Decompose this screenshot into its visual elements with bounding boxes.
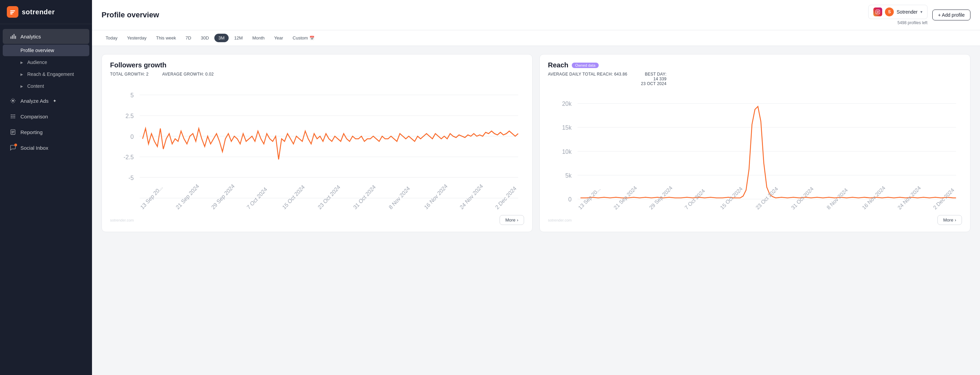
logo-icon xyxy=(7,6,18,18)
analyze-ads-label: Analyze Ads xyxy=(21,98,49,104)
svg-point-11 xyxy=(879,11,879,11)
calendar-icon: 📅 xyxy=(309,36,315,41)
page-header: Profile overview S Sotrender ▾ 5498 pro xyxy=(92,0,980,30)
sidebar-item-comparison[interactable]: Comparison xyxy=(3,109,89,124)
svg-text:13 Sep 20...: 13 Sep 20... xyxy=(139,184,164,210)
watermark-reach: sotrender.com xyxy=(548,218,572,222)
svg-text:-2.5: -2.5 xyxy=(124,154,134,161)
followers-chart-area: 5 2.5 0 -2.5 -5 13 Sep 20... 21 Sep 2024… xyxy=(110,82,524,211)
followers-more-button[interactable]: More › xyxy=(500,215,524,225)
arrow-icon-2: ▶ xyxy=(21,73,23,76)
date-btn-custom[interactable]: Custom 📅 xyxy=(289,34,318,42)
date-btn-30d[interactable]: 30D xyxy=(197,34,213,42)
chart-header-reach: Reach Owned data xyxy=(548,61,962,69)
date-filter-bar: Today Yesterday This week 7D 30D 3M 12M … xyxy=(92,30,980,46)
svg-text:8 Nov 2024: 8 Nov 2024 xyxy=(387,185,411,210)
sidebar-item-analyze-ads[interactable]: Analyze Ads ✦ xyxy=(3,93,89,108)
page-title: Profile overview xyxy=(102,11,159,19)
followers-growth-card: Followers growth TOTAL GROWTH: 2 AVERAGE… xyxy=(102,54,533,232)
avg-daily-reach-stat: AVERAGE DAILY TOTAL REACH: 643.86 xyxy=(548,72,627,86)
chevron-right-icon: › xyxy=(517,217,518,223)
svg-text:2 Dec 2024: 2 Dec 2024 xyxy=(494,185,518,210)
svg-text:20k: 20k xyxy=(562,100,571,107)
logo-text: sotrender xyxy=(22,8,55,16)
audience-label: Audience xyxy=(27,60,47,65)
svg-text:2.5: 2.5 xyxy=(126,112,134,119)
sidebar-item-social-inbox[interactable]: Social Inbox xyxy=(3,140,89,155)
sidebar-item-reach-engagement[interactable]: ▶ Reach & Engagement xyxy=(3,68,89,80)
avg-growth-stat: AVERAGE GROWTH: 0.02 xyxy=(162,72,214,77)
owned-data-badge: Owned data xyxy=(572,63,599,68)
svg-rect-6 xyxy=(15,36,16,39)
reach-more-label: More xyxy=(943,217,953,223)
svg-rect-9 xyxy=(876,10,880,14)
svg-point-7 xyxy=(12,100,14,101)
inbox-icon xyxy=(10,144,16,151)
instagram-icon xyxy=(873,8,882,16)
content-area: Followers growth TOTAL GROWTH: 2 AVERAGE… xyxy=(92,46,980,375)
sidebar-item-reporting[interactable]: Reporting xyxy=(3,125,89,139)
svg-text:-5: -5 xyxy=(129,174,134,181)
add-profile-label: + Add profile xyxy=(938,12,965,18)
sidebar-item-analytics[interactable]: Analytics xyxy=(3,29,89,44)
svg-rect-3 xyxy=(11,36,11,39)
date-btn-3m[interactable]: 3M xyxy=(214,34,229,42)
watermark-followers: sotrender.com xyxy=(110,218,134,222)
svg-text:15 Oct 2024: 15 Oct 2024 xyxy=(281,184,305,210)
date-btn-yesterday[interactable]: Yesterday xyxy=(123,34,151,42)
svg-text:5: 5 xyxy=(130,92,134,99)
reach-chart-area: 20k 15k 10k 5k 0 13 Sep 20... 21 Sep 202… xyxy=(548,92,962,211)
custom-label: Custom xyxy=(293,35,308,41)
svg-rect-2 xyxy=(10,14,13,15)
social-inbox-label: Social Inbox xyxy=(21,145,48,151)
sidebar-item-profile-overview[interactable]: Profile overview xyxy=(3,44,89,56)
profiles-left: 5498 profiles left xyxy=(897,21,928,25)
reach-stats: AVERAGE DAILY TOTAL REACH: 643.86 BEST D… xyxy=(548,72,962,86)
main-content: Profile overview S Sotrender ▾ 5498 pro xyxy=(92,0,980,375)
reach-more-button[interactable]: More › xyxy=(937,215,962,225)
content-label: Content xyxy=(27,83,44,89)
add-profile-button[interactable]: + Add profile xyxy=(932,9,970,21)
date-btn-7d[interactable]: 7D xyxy=(181,34,196,42)
date-btn-today[interactable]: Today xyxy=(102,34,122,42)
ads-icon xyxy=(10,97,16,104)
avg-daily-reach-value: 643.86 xyxy=(614,72,627,77)
svg-text:31 Oct 2024: 31 Oct 2024 xyxy=(352,184,377,210)
logo-area[interactable]: sotrender xyxy=(0,0,92,24)
profile-selector[interactable]: S Sotrender ▾ xyxy=(868,5,927,19)
total-growth-value: 2 xyxy=(146,72,149,77)
svg-text:23 Oct 2024: 23 Oct 2024 xyxy=(317,184,341,210)
charts-grid: Followers growth TOTAL GROWTH: 2 AVERAGE… xyxy=(102,54,970,232)
sparkle-icon: ✦ xyxy=(53,98,57,103)
sidebar-item-content[interactable]: ▶ Content xyxy=(3,80,89,92)
best-day-stat: BEST DAY: 14 33923 OCT 2024 xyxy=(641,72,667,86)
svg-text:29 Sep 2024: 29 Sep 2024 xyxy=(210,183,236,210)
chart-icon xyxy=(10,33,16,40)
nav-section-analytics: Analytics Profile overview ▶ Audience ▶ … xyxy=(0,29,92,92)
sidebar-navigation: Analytics Profile overview ▶ Audience ▶ … xyxy=(0,24,92,375)
svg-text:10k: 10k xyxy=(562,149,571,155)
header-right-inner: S Sotrender ▾ 5498 profiles left xyxy=(868,5,927,25)
profile-overview-label: Profile overview xyxy=(21,47,54,53)
profile-avatar: S xyxy=(885,8,894,16)
sidebar-item-audience[interactable]: ▶ Audience xyxy=(3,57,89,68)
svg-text:16 Nov 2024: 16 Nov 2024 xyxy=(423,183,449,210)
date-btn-12m[interactable]: 12M xyxy=(230,34,247,42)
reach-engagement-label: Reach & Engagement xyxy=(27,71,74,77)
chevron-right-icon-2: › xyxy=(955,217,956,223)
date-btn-month[interactable]: Month xyxy=(248,34,269,42)
best-day-value: 14 33923 OCT 2024 xyxy=(641,77,667,86)
followers-more-label: More xyxy=(505,217,515,223)
svg-text:24 Nov 2024: 24 Nov 2024 xyxy=(459,183,484,210)
svg-text:21 Sep 2024: 21 Sep 2024 xyxy=(175,183,200,210)
reporting-icon xyxy=(10,129,16,135)
svg-text:5k: 5k xyxy=(565,172,572,179)
svg-text:15k: 15k xyxy=(562,124,571,131)
svg-text:8 Nov 2024: 8 Nov 2024 xyxy=(826,187,849,210)
followers-stats: TOTAL GROWTH: 2 AVERAGE GROWTH: 0.02 xyxy=(110,72,524,77)
date-btn-this-week[interactable]: This week xyxy=(152,34,180,42)
reach-chart-footer: sotrender.com More › xyxy=(548,215,962,225)
svg-rect-4 xyxy=(12,35,13,39)
followers-growth-title: Followers growth xyxy=(110,61,167,69)
date-btn-year[interactable]: Year xyxy=(270,34,287,42)
